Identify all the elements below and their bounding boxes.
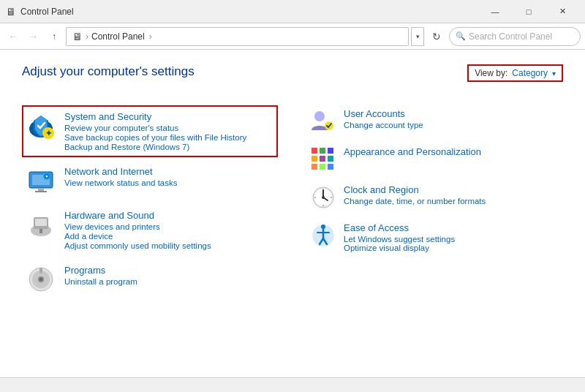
network-status-link[interactable]: View network status and tasks <box>64 178 273 187</box>
programs-text: Programs Uninstall a program <box>64 265 273 286</box>
up-button[interactable]: ↑ <box>45 28 63 45</box>
network-internet-icon <box>26 166 56 195</box>
mobility-settings-link[interactable]: Adjust commonly used mobility settings <box>64 241 273 250</box>
view-printers-link[interactable]: View devices and printers <box>64 222 273 231</box>
review-status-link[interactable]: Review your computer's status <box>64 124 273 132</box>
network-internet-text: Network and Internet View network status… <box>64 166 273 187</box>
uninstall-link[interactable]: Uninstall a program <box>64 277 273 286</box>
page-title: Adjust your computer's settings <box>22 64 195 79</box>
right-item-ease-of-access[interactable]: Ease of Access Let Windows suggest setti… <box>307 219 563 255</box>
clock-region-title: Clock and Region <box>344 184 486 195</box>
svg-point-10 <box>46 176 48 178</box>
appearance-icon <box>310 146 336 173</box>
svg-point-22 <box>314 111 325 121</box>
app-icon: 🖥 <box>6 6 16 18</box>
content-layout: ✦ System and Security Review your comput… <box>22 105 563 300</box>
network-internet-links: View network status and tasks <box>64 178 273 187</box>
main-content: Adjust your computer's settings View by:… <box>0 50 585 377</box>
network-internet-title: Network and Internet <box>64 166 273 177</box>
path-icon: 🖥 <box>72 31 83 42</box>
category-hardware-sound[interactable]: Hardware and Sound View devices and prin… <box>22 204 278 256</box>
programs-title: Programs <box>64 265 273 276</box>
svg-rect-29 <box>328 156 333 162</box>
user-accounts-icon <box>310 108 336 135</box>
right-item-clock-region[interactable]: Clock and Region Change date, time, or n… <box>307 181 563 214</box>
svg-rect-24 <box>312 148 317 154</box>
appearance-title: Appearance and Personalization <box>344 146 481 157</box>
user-accounts-text: User Accounts Change account type <box>344 108 423 129</box>
category-programs[interactable]: Programs Uninstall a program <box>22 259 278 300</box>
svg-rect-16 <box>39 229 42 233</box>
title-bar-left: 🖥 Control Panel <box>6 6 74 18</box>
path-sep: › <box>86 31 88 42</box>
svg-rect-6 <box>38 188 44 191</box>
svg-rect-26 <box>328 148 333 154</box>
path-dropdown[interactable]: ▾ <box>411 27 424 46</box>
view-by-arrow[interactable]: ▾ <box>552 69 556 78</box>
ease-of-access-title: Ease of Access <box>344 222 455 233</box>
clock-region-text: Clock and Region Change date, time, or n… <box>344 184 486 206</box>
system-security-links: Review your computer's status Save backu… <box>64 124 273 151</box>
path-end-sep: › <box>149 31 152 42</box>
title-bar: 🖥 Control Panel — □ ✕ <box>0 0 585 23</box>
file-history-link[interactable]: Save backup copies of your files with Fi… <box>64 133 273 142</box>
view-by-label: View by: <box>475 68 507 78</box>
ease-of-access-icon <box>310 222 336 249</box>
hardware-sound-title: Hardware and Sound <box>64 210 273 221</box>
svg-text:✦: ✦ <box>45 129 52 137</box>
change-date-time-link[interactable]: Change date, time, or number formats <box>344 197 486 206</box>
backup-restore-link[interactable]: Backup and Restore (Windows 7) <box>64 143 273 151</box>
right-item-appearance[interactable]: Appearance and Personalization <box>307 143 563 176</box>
system-security-icon: ✦ <box>26 111 56 140</box>
path-text: Control Panel <box>91 31 145 42</box>
svg-rect-27 <box>312 156 317 162</box>
hardware-sound-text: Hardware and Sound View devices and prin… <box>64 210 273 250</box>
windows-suggest-link[interactable]: Let Windows suggest settings <box>344 235 455 244</box>
address-path[interactable]: 🖥 › Control Panel › <box>66 27 409 46</box>
svg-rect-28 <box>320 156 325 162</box>
svg-rect-13 <box>35 219 47 226</box>
hardware-sound-icon <box>26 210 56 239</box>
svg-rect-30 <box>312 164 317 170</box>
svg-rect-25 <box>320 148 325 154</box>
svg-point-20 <box>39 278 42 281</box>
svg-rect-32 <box>328 164 333 170</box>
ease-of-access-text: Ease of Access Let Windows suggest setti… <box>344 222 455 252</box>
clock-region-icon <box>310 184 336 211</box>
search-box[interactable]: 🔍 Search Control Panel <box>449 27 581 46</box>
category-network-internet[interactable]: Network and Internet View network status… <box>22 160 278 201</box>
system-security-text: System and Security Review your computer… <box>64 111 273 151</box>
search-icon: 🔍 <box>456 31 466 41</box>
programs-icon <box>26 265 56 294</box>
svg-rect-7 <box>35 191 47 192</box>
refresh-button[interactable]: ↻ <box>427 27 446 46</box>
window-title: Control Panel <box>20 7 74 17</box>
appearance-text: Appearance and Personalization <box>344 146 481 159</box>
optimize-visual-link[interactable]: Optimize visual display <box>344 244 455 252</box>
header-row: Adjust your computer's settings View by:… <box>22 64 563 92</box>
add-device-link[interactable]: Add a device <box>64 232 273 241</box>
close-button[interactable]: ✕ <box>546 0 579 23</box>
view-by-container: View by: Category ▾ <box>467 64 563 82</box>
right-item-user-accounts[interactable]: User Accounts Change account type <box>307 105 563 137</box>
hardware-sound-links: View devices and printers Add a device A… <box>64 222 273 250</box>
system-security-title: System and Security <box>64 111 273 122</box>
left-column: ✦ System and Security Review your comput… <box>22 105 278 300</box>
address-bar: ← → ↑ 🖥 › Control Panel › ▾ ↻ 🔍 Search C… <box>0 23 585 50</box>
right-column: User Accounts Change account type <box>307 105 563 300</box>
user-accounts-title: User Accounts <box>344 108 423 119</box>
svg-rect-31 <box>320 164 325 170</box>
view-by-dropdown[interactable]: Category <box>512 68 548 78</box>
title-controls: — □ ✕ <box>478 0 579 23</box>
maximize-button[interactable]: □ <box>512 0 546 23</box>
svg-point-37 <box>322 196 325 199</box>
status-bar <box>0 377 585 392</box>
forward-button[interactable]: → <box>25 28 42 45</box>
programs-links: Uninstall a program <box>64 277 273 286</box>
back-button[interactable]: ← <box>4 28 22 45</box>
search-placeholder: Search Control Panel <box>469 31 552 42</box>
change-account-type-link[interactable]: Change account type <box>344 121 423 129</box>
minimize-button[interactable]: — <box>478 0 512 23</box>
category-system-security[interactable]: ✦ System and Security Review your comput… <box>22 105 278 157</box>
svg-rect-21 <box>39 268 42 274</box>
